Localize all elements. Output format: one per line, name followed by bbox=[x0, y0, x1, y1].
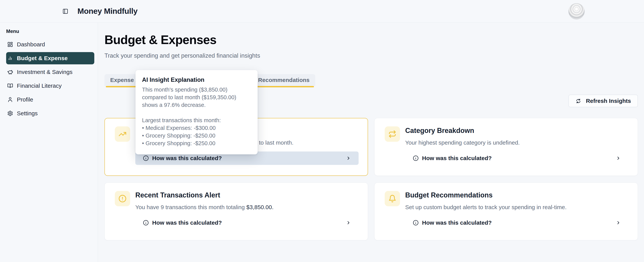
sidebar-toggle-button[interactable] bbox=[62, 8, 68, 14]
tooltip-transaction-list: Largest transactions this month: • Medic… bbox=[142, 116, 251, 147]
sidebar-menu-label: Menu bbox=[6, 28, 95, 34]
refresh-icon bbox=[576, 98, 581, 104]
card-description: Your highest spending category is undefi… bbox=[405, 139, 628, 146]
card-title: Recent Transactions Alert bbox=[135, 191, 358, 199]
sidebar-item-label: Dashboard bbox=[17, 41, 45, 48]
ai-insight-tooltip: AI Insight Explanation This month's spen… bbox=[136, 70, 258, 154]
info-icon bbox=[413, 155, 418, 161]
trending-up-icon bbox=[115, 126, 130, 142]
sidebar-item-dashboard[interactable]: Dashboard bbox=[6, 38, 95, 50]
gear-icon bbox=[7, 110, 13, 116]
app-title: Money Mindfully bbox=[78, 7, 138, 16]
card-budget-recommendations: Budget Recommendations Set up custom bud… bbox=[374, 183, 638, 240]
sidebar-item-financial-literacy[interactable]: Financial Literacy bbox=[6, 80, 95, 92]
user-icon bbox=[7, 97, 13, 102]
app-header: Money Mindfully bbox=[0, 0, 644, 22]
sidebar-item-label: Financial Literacy bbox=[17, 82, 62, 89]
chevron-right-icon bbox=[346, 156, 351, 161]
piggy-bank-icon bbox=[7, 69, 13, 75]
refresh-insights-label: Refresh Insights bbox=[586, 98, 631, 104]
sidebar-item-label: Budget & Expense bbox=[17, 55, 68, 61]
repeat-icon bbox=[385, 126, 400, 142]
info-icon bbox=[413, 220, 418, 226]
card-recent-transactions-alert: Recent Transactions Alert You have 9 tra… bbox=[104, 183, 368, 240]
alert-circle-icon bbox=[115, 191, 130, 206]
page-subtitle: Track your spending and get personalized… bbox=[104, 52, 638, 60]
sidebar-item-label: Investment & Savings bbox=[17, 69, 72, 75]
chevron-right-icon bbox=[616, 156, 621, 161]
sidebar-item-investment-savings[interactable]: Investment & Savings bbox=[6, 66, 95, 78]
card-title: Category Breakdown bbox=[405, 126, 628, 135]
page-title: Budget & Expenses bbox=[104, 32, 638, 47]
how-calculated-label: How was this calculated? bbox=[152, 220, 222, 226]
avatar[interactable] bbox=[568, 3, 584, 19]
card-description: Set up custom budget alerts to track you… bbox=[405, 204, 628, 211]
how-calculated-label: How was this calculated? bbox=[152, 155, 222, 161]
card-title: Budget Recommendations bbox=[405, 191, 628, 199]
sidebar-item-budget-expense[interactable]: Budget & Expense bbox=[6, 52, 94, 64]
chevron-right-icon bbox=[346, 220, 351, 225]
tooltip-title: AI Insight Explanation bbox=[142, 76, 251, 84]
tooltip-list-item: • Grocery Shopping: -$250.00 bbox=[142, 132, 251, 139]
book-open-icon bbox=[7, 83, 13, 89]
sidebar-item-settings[interactable]: Settings bbox=[6, 107, 95, 119]
refresh-insights-button[interactable]: Refresh Insights bbox=[568, 95, 638, 107]
how-calculated-button[interactable]: How was this calculated? bbox=[135, 216, 358, 230]
info-icon bbox=[143, 155, 149, 161]
tooltip-paragraph: This month's spending ($3,850.00) compar… bbox=[142, 86, 251, 109]
sidebar-nav: Dashboard Budget & Expense Investment & … bbox=[6, 38, 95, 119]
sidebar-item-profile[interactable]: Profile bbox=[6, 93, 95, 106]
how-calculated-button[interactable]: How was this calculated? bbox=[405, 152, 628, 165]
transactions-total-amount: $3,850.00. bbox=[246, 204, 274, 210]
tooltip-list-item: • Medical Expenses: -$300.00 bbox=[142, 124, 251, 132]
how-calculated-label: How was this calculated? bbox=[422, 155, 492, 161]
dashboard-icon bbox=[7, 41, 13, 47]
sidebar-item-label: Settings bbox=[17, 110, 38, 117]
how-calculated-button[interactable]: How was this calculated? bbox=[405, 216, 628, 230]
info-icon bbox=[143, 220, 149, 226]
chevron-right-icon bbox=[616, 220, 621, 225]
card-category-breakdown: Category Breakdown Your highest spending… bbox=[374, 118, 638, 176]
bell-icon bbox=[385, 191, 400, 206]
card-description-fragment: to last month. bbox=[259, 139, 358, 146]
panel-left-icon bbox=[62, 8, 68, 14]
tooltip-list-header: Largest transactions this month: bbox=[142, 116, 251, 124]
tooltip-list-item: • Grocery Shopping: -$250.00 bbox=[142, 139, 251, 147]
how-calculated-label: How was this calculated? bbox=[422, 220, 492, 226]
sidebar-item-label: Profile bbox=[17, 96, 33, 103]
sidebar: Menu Dashboard Budget & Expense Investme… bbox=[0, 22, 98, 262]
bar-chart-icon bbox=[7, 55, 13, 61]
card-description: You have 9 transactions this month total… bbox=[135, 204, 358, 211]
